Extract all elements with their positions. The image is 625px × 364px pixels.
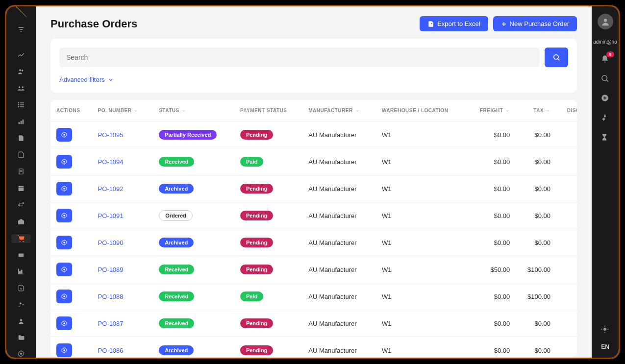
po-number-link[interactable]: PO-1088	[98, 293, 124, 300]
cart-icon[interactable]	[11, 234, 31, 243]
svg-point-38	[63, 161, 65, 163]
col-payment-status[interactable]: PAYMENT STATUS	[234, 100, 302, 121]
user-avatar[interactable]	[598, 14, 613, 29]
payment-status-badge: Pending	[240, 211, 273, 220]
po-number-link[interactable]: PO-1092	[98, 185, 124, 193]
user-role-icon[interactable]	[16, 301, 26, 309]
svg-point-40	[63, 215, 65, 217]
transfer-icon[interactable]	[16, 201, 26, 209]
tax-cell: $0.00	[516, 121, 556, 148]
list-icon[interactable]	[16, 101, 26, 109]
col-warehouse[interactable]: WAREHOUSE / LOCATION	[376, 100, 467, 121]
tax-cell: $0.00	[516, 229, 556, 256]
user-icon[interactable]	[16, 317, 26, 325]
status-badge: Archived	[159, 184, 194, 194]
po-number-link[interactable]: PO-1094	[98, 158, 124, 166]
language-toggle[interactable]: EN	[601, 343, 609, 350]
advanced-filters-toggle[interactable]: Advanced filters	[59, 76, 114, 83]
status-badge: Ordered	[159, 210, 193, 221]
hourglass-icon[interactable]	[600, 133, 610, 143]
table-row: PO-1088ReceivedPaidAU ManufacturerW1$0.0…	[50, 283, 577, 310]
svg-point-42	[63, 268, 65, 270]
freight-cell: $0.00	[467, 148, 516, 175]
status-badge: Archived	[159, 238, 194, 247]
document-icon[interactable]	[16, 134, 26, 142]
row-action-button[interactable]	[56, 263, 72, 276]
page-title: Purchase Orders	[50, 18, 137, 30]
purchase-orders-table: ACTIONS PO. NUMBER STATUS PAYMENT STATUS…	[50, 100, 577, 358]
tax-cell: $0.00	[516, 202, 556, 229]
po-number-link[interactable]: PO-1089	[98, 266, 124, 273]
export-icon[interactable]	[16, 284, 26, 292]
new-purchase-order-button[interactable]: New Purchase Order	[493, 16, 577, 31]
row-action-button[interactable]	[56, 290, 72, 303]
row-action-button[interactable]	[56, 343, 72, 357]
add-circle-icon[interactable]	[600, 94, 610, 103]
row-action-button[interactable]	[56, 236, 72, 249]
po-number-link[interactable]: PO-1086	[98, 347, 124, 354]
app-logo[interactable]	[15, 6, 26, 17]
search-right-icon[interactable]	[600, 74, 610, 84]
username-label: admin@ho	[593, 39, 618, 45]
manufacturer-cell: AU Manufacturer	[302, 121, 376, 148]
freight-cell: $0.00	[467, 175, 516, 202]
row-action-button[interactable]	[56, 155, 72, 169]
theme-icon[interactable]	[600, 325, 610, 335]
svg-point-32	[20, 353, 22, 355]
calendar-icon[interactable]	[16, 184, 26, 192]
report-icon[interactable]	[16, 267, 26, 275]
row-action-button[interactable]	[56, 316, 72, 330]
po-number-link[interactable]: PO-1091	[98, 212, 124, 219]
settings-icon[interactable]	[16, 350, 26, 358]
status-badge: Received	[159, 291, 194, 301]
bar-chart-icon[interactable]	[16, 118, 26, 125]
rocket-icon[interactable]	[600, 113, 610, 123]
users-icon[interactable]	[16, 68, 26, 75]
search-button[interactable]	[545, 48, 568, 67]
chart-line-icon[interactable]	[16, 51, 26, 59]
payment-status-badge: Pending	[240, 265, 273, 274]
col-discount[interactable]: DISCO	[556, 100, 577, 121]
freight-cell: $0.00	[467, 121, 516, 148]
export-button-label: Export to Excel	[437, 20, 480, 27]
po-number-link[interactable]: PO-1087	[98, 320, 124, 327]
col-tax[interactable]: TAX	[516, 100, 556, 121]
manufacturer-cell: AU Manufacturer	[302, 148, 376, 175]
discount-cell	[556, 202, 577, 229]
table-row: PO-1095Partially ReceivedPendingAU Manuf…	[50, 121, 577, 148]
file-icon[interactable]	[16, 151, 26, 159]
payment-icon[interactable]	[16, 252, 26, 259]
table-row: PO-1087ReceivedPendingAU ManufacturerW1$…	[50, 310, 577, 337]
col-po-number[interactable]: PO. NUMBER	[92, 100, 153, 121]
svg-point-37	[63, 134, 65, 136]
table-row: PO-1086ArchivedPendingAU ManufacturerW1$…	[50, 337, 577, 358]
main-content: Purchase Orders Export to Excel New Purc…	[36, 6, 592, 358]
svg-rect-15	[23, 120, 24, 124]
svg-line-50	[606, 80, 608, 82]
col-status[interactable]: STATUS	[153, 100, 234, 121]
filter-icon[interactable]	[16, 25, 26, 33]
notifications-icon[interactable]: 9	[600, 54, 610, 64]
freight-cell: $0.00	[467, 310, 516, 337]
col-manufacturer[interactable]: MANUFACTURER	[302, 100, 376, 121]
folder-icon[interactable]	[16, 334, 26, 341]
export-file-icon	[427, 21, 434, 27]
page-icon[interactable]	[16, 168, 26, 175]
svg-rect-25	[19, 254, 24, 257]
svg-point-4	[22, 70, 23, 71]
row-action-button[interactable]	[56, 182, 72, 195]
col-freight[interactable]: FREIGHT	[467, 100, 516, 121]
search-input[interactable]	[59, 48, 540, 67]
warehouse-icon[interactable]	[16, 218, 26, 225]
row-action-button[interactable]	[56, 209, 72, 222]
po-number-link[interactable]: PO-1095	[98, 131, 124, 139]
export-excel-button[interactable]: Export to Excel	[420, 16, 488, 31]
page-header: Purchase Orders Export to Excel New Purc…	[36, 6, 592, 39]
advanced-filters-label: Advanced filters	[59, 76, 105, 83]
po-number-link[interactable]: PO-1090	[98, 239, 124, 246]
row-action-button[interactable]	[56, 128, 72, 142]
tax-cell: $0.00	[516, 148, 556, 175]
team-icon[interactable]	[16, 84, 26, 92]
manufacturer-cell: AU Manufacturer	[302, 202, 376, 229]
payment-status-badge: Pending	[240, 318, 273, 328]
